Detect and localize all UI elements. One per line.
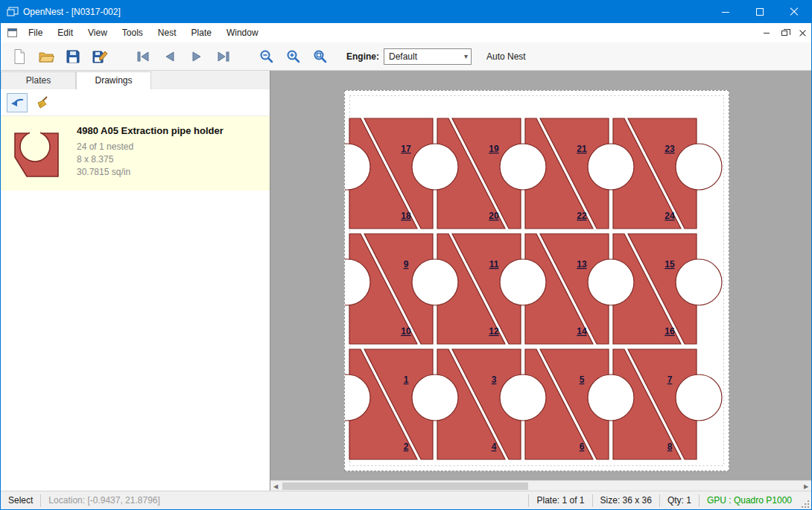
minimize-button[interactable]: [708, 1, 743, 23]
nest-plate: 171819202122232491011121314151612345678: [344, 90, 729, 471]
menu-item-view[interactable]: View: [80, 24, 115, 42]
left-panel: Plates Drawings: [1, 71, 270, 491]
zoom-fit-button[interactable]: [309, 45, 332, 68]
menu-item-edit[interactable]: Edit: [50, 24, 80, 42]
document-icon: [7, 28, 18, 38]
nav-next-button[interactable]: [185, 45, 208, 68]
svg-text:16: 16: [664, 326, 675, 337]
tab-plates[interactable]: Plates: [1, 71, 76, 89]
save-button[interactable]: [62, 45, 84, 68]
menu-item-nest[interactable]: Nest: [150, 24, 184, 42]
status-mode: Select: [1, 495, 40, 506]
engine-dropdown[interactable]: Default ▾: [384, 48, 472, 65]
svg-text:1: 1: [404, 374, 409, 385]
main-toolbar: Engine: Default ▾ Auto Nest: [1, 42, 811, 71]
tab-drawings[interactable]: Drawings: [76, 71, 151, 89]
status-gpu: GPU : Quadro P1000: [700, 495, 799, 506]
svg-text:6: 6: [580, 442, 585, 452]
new-button[interactable]: [8, 45, 31, 68]
mdi-close-button[interactable]: [793, 25, 811, 41]
status-qty: Qty: 1: [660, 495, 699, 506]
svg-text:17: 17: [401, 144, 411, 154]
menu-item-file[interactable]: File: [21, 24, 50, 42]
scroll-left-icon[interactable]: ◀: [270, 482, 281, 491]
status-location: Location: [-0.9437, 21.8796]: [41, 495, 167, 506]
save-edit-button[interactable]: [89, 45, 111, 68]
svg-text:8: 8: [667, 442, 673, 452]
clean-broom-icon: [35, 95, 50, 110]
svg-text:20: 20: [489, 211, 499, 221]
menu-bar: File Edit View Tools Nest Plate Window: [1, 23, 811, 42]
resize-grip[interactable]: [799, 491, 811, 510]
open-folder-icon: [38, 49, 54, 64]
close-icon: [790, 7, 799, 16]
new-file-icon: [12, 48, 27, 65]
scroll-right-icon[interactable]: ▶: [801, 482, 811, 491]
svg-text:19: 19: [489, 144, 499, 154]
svg-text:2: 2: [404, 442, 409, 452]
zoom-in-button[interactable]: [282, 45, 305, 68]
svg-text:14: 14: [577, 326, 587, 337]
svg-text:22: 22: [577, 211, 587, 221]
menu-item-plate[interactable]: Plate: [184, 24, 219, 42]
window-title: OpenNest - [N0317-002]: [23, 7, 121, 17]
maximize-button[interactable]: [743, 1, 777, 23]
nav-next-icon: [189, 51, 204, 63]
back-arrow-icon: [10, 97, 25, 109]
mdi-minimize-icon: [764, 33, 770, 34]
engine-value: Default: [389, 51, 464, 62]
drawing-area: 30.7815 sq/in: [77, 166, 223, 179]
drawing-list-item[interactable]: 4980 A05 Extraction pipe holder 24 of 1 …: [1, 116, 270, 191]
svg-text:21: 21: [577, 144, 587, 154]
nav-first-icon: [135, 51, 151, 63]
menu-item-window[interactable]: Window: [219, 24, 266, 42]
minimize-icon: [722, 12, 729, 13]
auto-nest-button[interactable]: Auto Nest: [486, 51, 526, 62]
mdi-restore-button[interactable]: [775, 25, 793, 41]
zoom-in-icon: [286, 49, 301, 64]
scrollbar-thumb[interactable]: [282, 482, 528, 490]
nav-prev-button[interactable]: [159, 45, 181, 68]
open-button[interactable]: [35, 45, 57, 68]
drawing-size: 8 x 8.375: [77, 153, 223, 166]
svg-text:3: 3: [492, 374, 497, 385]
engine-label: Engine:: [346, 51, 379, 62]
nav-first-button[interactable]: [132, 45, 154, 68]
zoom-out-button[interactable]: [256, 45, 278, 68]
maximize-icon: [756, 8, 764, 16]
zoom-fit-icon: [313, 49, 328, 64]
nested-parts[interactable]: 171819202122232491011121314151612345678: [345, 91, 729, 471]
horizontal-scrollbar[interactable]: ◀ ▶: [270, 480, 811, 491]
svg-text:23: 23: [664, 144, 675, 154]
status-size: Size: 36 x 36: [593, 495, 659, 506]
mdi-minimize-button[interactable]: [758, 25, 775, 41]
send-to-nest-button[interactable]: [7, 93, 28, 112]
svg-text:13: 13: [577, 259, 587, 270]
save-icon: [66, 49, 80, 64]
drawing-title: 4980 A05 Extraction pipe holder: [77, 125, 223, 136]
svg-text:7: 7: [667, 374, 673, 385]
drawing-nested-count: 24 of 1 nested: [77, 141, 223, 153]
drawings-list: 4980 A05 Extraction pipe holder 24 of 1 …: [1, 116, 270, 491]
zoom-out-icon: [259, 49, 274, 64]
panel-tabs: Plates Drawings: [1, 71, 270, 89]
svg-text:9: 9: [404, 259, 409, 270]
svg-text:11: 11: [489, 259, 499, 270]
nav-last-button[interactable]: [212, 45, 235, 68]
svg-text:12: 12: [489, 326, 499, 337]
svg-text:24: 24: [664, 211, 675, 221]
mdi-restore-icon: [781, 31, 787, 36]
status-plate: Plate: 1 of 1: [529, 495, 591, 506]
svg-text:15: 15: [664, 259, 675, 270]
nest-canvas[interactable]: 171819202122232491011121314151612345678 …: [270, 71, 811, 491]
chevron-down-icon: ▾: [464, 52, 471, 60]
menu-item-tools[interactable]: Tools: [115, 24, 150, 42]
drawings-toolbar: [1, 89, 270, 116]
svg-text:5: 5: [580, 374, 585, 385]
close-button[interactable]: [777, 1, 811, 23]
title-bar: OpenNest - [N0317-002]: [1, 1, 811, 23]
nav-last-icon: [215, 51, 232, 63]
svg-text:10: 10: [401, 326, 411, 337]
part-thumbnail: [7, 124, 66, 183]
clean-button[interactable]: [32, 93, 53, 112]
